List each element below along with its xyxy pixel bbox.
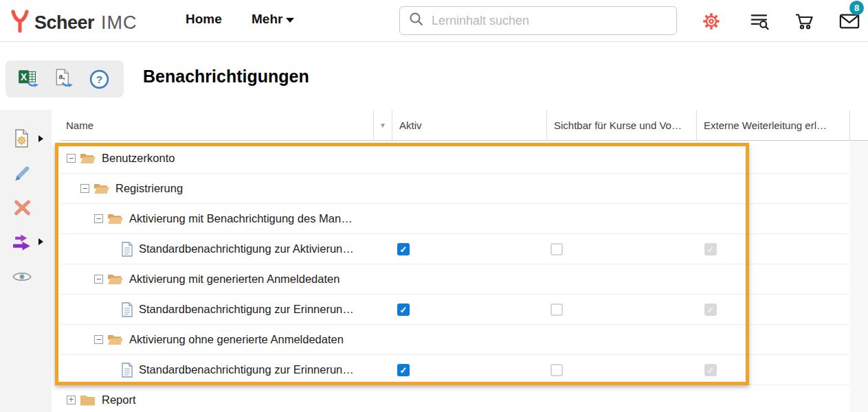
scroll-gutter [850,141,868,412]
catalog-search-icon[interactable] [749,11,770,32]
tree-row[interactable]: −Aktivierung mit Benachrichtigung des Ma… [60,204,849,234]
brand-name: Scheer [34,12,94,34]
row-label[interactable]: Standardbenachrichtigung zur Aktivierun… [139,242,354,255]
document-icon [121,363,133,378]
tree-row[interactable]: −Aktivierung mit generierten Anmeldedate… [60,264,849,295]
aktiv-checkbox[interactable]: ✓ [397,243,410,255]
tree-rows: −Benutzerkonto−Registrierung−Aktivierung… [60,144,849,412]
nav-home[interactable]: Home [186,12,222,27]
indent [60,249,108,249]
indent [60,188,80,189]
expander-spacer [108,369,121,370]
extern-checkbox: ✓ [704,304,717,316]
row-label[interactable]: Aktivierung ohne generierte Anmeldedaten [129,333,344,346]
row-label[interactable]: Standardbenachrichtigung zur Erinnerun… [139,303,354,316]
help-icon[interactable]: ? [87,67,113,91]
indent [60,339,94,340]
search-input[interactable] [432,14,658,28]
aktiv-checkbox[interactable]: ✓ [397,304,410,316]
sichtbar-checkbox[interactable] [550,243,563,255]
collapse-toggle-icon[interactable]: − [94,214,103,223]
column-sort-icon[interactable]: ▼ [373,110,392,141]
indent [60,279,94,279]
svg-text:X: X [21,72,27,82]
page-title: Benachrichtigungen [143,67,309,87]
tree-row[interactable]: Standardbenachrichtigung zur Erinnerun…✓… [60,295,849,325]
tree-row[interactable]: −Benutzerkonto [60,144,849,174]
scheer-y-mark-icon [10,9,30,36]
table-header: Name ▼ Aktiv Sichtbar für Kurse und Vo… … [60,110,868,141]
row-label[interactable]: Benutzerkonto [102,152,175,165]
expand-toggle-icon[interactable]: + [67,396,76,404]
folder-closed-icon [80,393,96,407]
indent [60,218,94,219]
collapse-toggle-icon[interactable]: − [67,154,76,163]
messages-badge: 8 [849,1,864,15]
extern-checkbox: ✓ [704,243,717,255]
tree-row[interactable]: +Report [60,385,849,412]
top-bar: Scheer IMC Home Mehr [0,0,868,42]
settings-icon[interactable] [701,11,722,32]
indent [60,309,108,310]
row-label[interactable]: Standardbenachrichtigung zur Erinnerun… [139,363,354,376]
expander-spacer [108,249,121,249]
extern-checkbox: ✓ [704,364,717,376]
folder-open-icon [80,152,96,165]
folder-open-icon [107,212,124,225]
indent [60,369,108,370]
svg-text:a,: a, [58,72,65,80]
indent [60,400,67,400]
notifications-admin-page: Scheer IMC Home Mehr [0,0,868,412]
tree-row[interactable]: Standardbenachrichtigung zur Aktivierun…… [60,234,849,264]
tree-row[interactable]: −Registrierung [60,174,849,204]
cart-icon[interactable] [794,11,815,32]
column-header-name[interactable]: Name [60,110,373,141]
sichtbar-checkbox[interactable] [550,304,563,316]
notifications-table: Name ▼ Aktiv Sichtbar für Kurse und Vo… … [0,110,868,412]
column-header-aktiv[interactable]: Aktiv [392,110,546,141]
column-header-extra [849,110,868,141]
export-text-icon[interactable]: a, [52,67,78,91]
nav-mehr[interactable]: Mehr [252,12,294,27]
export-toolbar: X a, ? [5,60,124,98]
nav-home-label: Home [186,12,222,27]
export-excel-icon[interactable]: X [16,67,43,91]
tree-row[interactable]: −Aktivierung ohne generierte Anmeldedate… [60,325,849,355]
column-header-extern[interactable]: Externe Weiterleitung erl… [696,110,849,141]
collapse-toggle-icon[interactable]: − [94,275,103,284]
folder-open-icon [107,273,124,286]
search-box[interactable] [399,6,677,35]
document-icon [121,242,133,257]
toolbar-row: X a, ? [0,42,868,110]
collapse-toggle-icon[interactable]: − [80,184,89,193]
search-icon [408,11,425,30]
tree-row[interactable]: Standardbenachrichtigung zur Erinnerun…✓… [60,355,849,385]
svg-text:?: ? [96,73,102,85]
aktiv-checkbox[interactable]: ✓ [397,364,410,376]
indent [60,158,67,159]
row-label[interactable]: Registrierung [115,182,183,195]
collapse-toggle-icon[interactable]: − [94,335,103,344]
chevron-down-icon [286,18,294,23]
document-icon [121,302,133,317]
brand-suffix: IMC [101,12,137,34]
nav-mehr-label: Mehr [252,12,282,27]
brand-logo[interactable]: Scheer IMC [10,9,137,36]
folder-open-icon [93,182,110,195]
row-label[interactable]: Report [102,393,136,407]
row-label[interactable]: Aktivierung mit Benachrichtigung des Man… [129,212,353,225]
column-header-sichtbar[interactable]: Sichtbar für Kurse und Vo… [546,110,696,141]
expander-spacer [108,309,121,310]
sichtbar-checkbox[interactable] [550,364,563,376]
folder-open-icon [107,333,124,346]
row-label[interactable]: Aktivierung mit generierten Anmeldedaten [129,273,340,286]
